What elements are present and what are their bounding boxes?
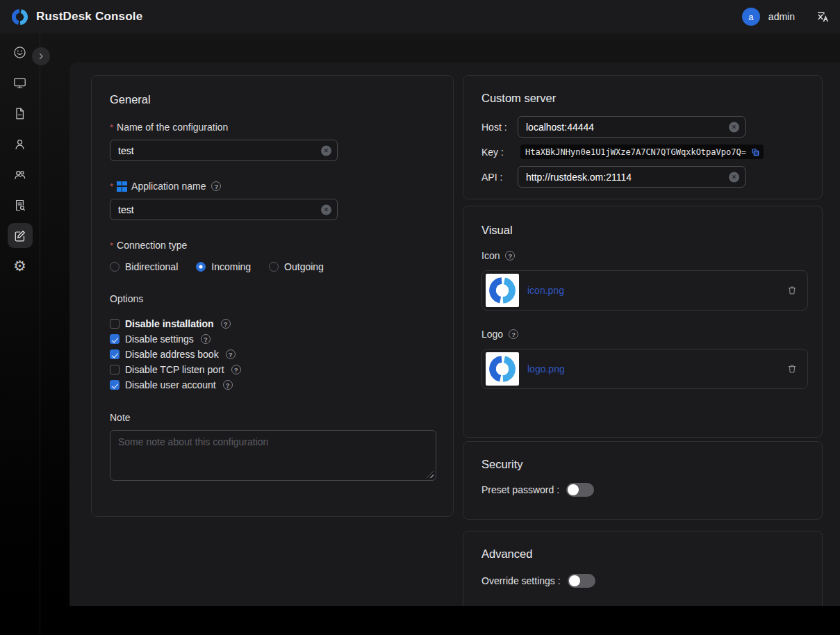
checkbox-label: Disable installation [125, 318, 214, 329]
sidebar-expand-button[interactable] [32, 47, 50, 65]
checkbox-box [110, 365, 120, 374]
preset-password-toggle[interactable] [566, 483, 594, 497]
config-name-label: Name of the configuration [117, 122, 228, 133]
windows-logo-icon [117, 181, 127, 192]
options-label: Options [110, 293, 143, 304]
api-input[interactable] [518, 166, 746, 188]
username[interactable]: admin [768, 11, 795, 22]
checkbox-disable-installation[interactable]: Disable installation ? [110, 316, 435, 331]
sidebar-item-settings[interactable]: ⚙ [8, 254, 33, 279]
user-icon [13, 137, 27, 151]
clear-input-icon[interactable]: ✕ [321, 204, 331, 215]
help-icon[interactable]: ? [505, 251, 515, 261]
visual-card: Visual Icon ? icon.png Logo ? [463, 206, 823, 438]
radio-bidirectional[interactable]: Bidirectional [110, 261, 178, 272]
delete-icon[interactable] [787, 363, 798, 374]
help-icon[interactable]: ? [231, 365, 241, 374]
delete-icon[interactable] [787, 285, 798, 296]
required-asterisk: * [110, 181, 113, 192]
checkbox-disable-settings[interactable]: Disable settings ? [110, 331, 435, 347]
help-icon[interactable]: ? [226, 349, 236, 359]
security-title: Security [481, 458, 804, 471]
user-avatar[interactable]: a [742, 8, 760, 26]
icon-file-row: icon.png [481, 270, 808, 311]
application-name-input[interactable] [110, 199, 338, 220]
app-title: RustDesk Console [36, 10, 142, 24]
api-label: API : [481, 172, 518, 183]
workspace: ⚙ General * Name of the configuration ✕ … [0, 33, 840, 635]
sidebar-item-users[interactable] [8, 131, 33, 156]
help-icon[interactable]: ? [211, 181, 221, 191]
help-icon[interactable]: ? [201, 334, 211, 344]
connection-type-radio-group: Bidirectional Incoming Outgoing [110, 261, 435, 272]
clear-input-icon[interactable]: ✕ [729, 172, 739, 182]
override-settings-label: Override settings : [481, 575, 561, 586]
advanced-title: Advanced [481, 547, 804, 561]
general-card-title: General [110, 93, 435, 106]
custom-server-title: Custom server [481, 92, 804, 105]
clear-input-icon[interactable]: ✕ [321, 145, 331, 156]
document-icon [13, 106, 27, 121]
copy-icon[interactable] [750, 147, 760, 157]
checkbox-disable-tcp-listen-port[interactable]: Disable TCP listen port ? [110, 362, 435, 377]
topbar: RustDesk Console a admin [0, 0, 840, 33]
checkbox-box [110, 380, 120, 390]
chevron-right-icon [37, 52, 45, 60]
required-asterisk: * [110, 240, 113, 251]
sidebar-item-dashboard[interactable] [8, 40, 33, 65]
checkbox-label: Disable user account [125, 379, 216, 390]
config-name-input[interactable] [110, 140, 338, 161]
sidebar-item-devices[interactable] [8, 70, 33, 95]
key-value: HtaXBkJNHyn0e1U1jWXze7A7CN7QTGWqxkOtpaVp… [525, 147, 746, 157]
help-icon[interactable]: ? [221, 319, 231, 329]
checkbox-label: Disable settings [125, 333, 194, 345]
checkbox-disable-user-account[interactable]: Disable user account ? [110, 377, 435, 393]
note-label: Note [110, 412, 131, 423]
sidebar-item-custom-clients[interactable] [8, 223, 33, 248]
host-input[interactable] [518, 116, 746, 138]
radio-dot [196, 262, 206, 272]
brand: RustDesk Console [10, 8, 142, 26]
application-name-label: Application name [131, 181, 206, 192]
checkbox-box [110, 349, 120, 359]
security-card: Security Preset password : [463, 441, 823, 520]
custom-server-card: Custom server Host : ✕ Key : HtaXBkJNHyn… [463, 75, 823, 199]
logo-file-row: logo.png [481, 349, 808, 389]
sidebar: ⚙ [0, 33, 40, 635]
icon-label: Icon [481, 250, 500, 261]
options-checkbox-group: Disable installation ? Disable settings … [110, 316, 435, 393]
logo-file-link[interactable]: logo.png [527, 363, 565, 374]
radio-dot [269, 262, 279, 272]
checkbox-box [110, 319, 120, 329]
user-group-icon [13, 167, 27, 182]
monitor-icon [13, 76, 27, 90]
logo-thumbnail [486, 352, 519, 386]
override-settings-toggle[interactable] [568, 574, 595, 588]
clear-input-icon[interactable]: ✕ [729, 122, 739, 132]
logo-label: Logo [481, 329, 503, 340]
checkbox-disable-address-book[interactable]: Disable address book ? [110, 347, 435, 362]
radio-incoming[interactable]: Incoming [196, 261, 251, 272]
checkbox-label: Disable address book [125, 349, 219, 360]
required-asterisk: * [110, 122, 113, 133]
sidebar-item-address-books[interactable] [8, 192, 33, 217]
rustdesk-logo-icon [10, 8, 29, 26]
icon-file-link[interactable]: icon.png [527, 285, 564, 296]
icon-thumbnail [486, 274, 519, 307]
help-icon[interactable]: ? [509, 329, 518, 339]
advanced-card: Advanced Override settings : Default set… [463, 531, 823, 606]
radio-dot [110, 262, 120, 272]
checkbox-label: Disable TCP listen port [125, 364, 224, 375]
document-search-icon [13, 198, 27, 213]
connection-type-label: Connection type [117, 240, 187, 251]
sidebar-item-audit-log[interactable] [8, 101, 33, 126]
radio-label: Bidirectional [125, 261, 178, 272]
preset-password-label: Preset password : [481, 484, 559, 495]
note-textarea[interactable] [110, 430, 436, 481]
sidebar-item-groups[interactable] [8, 162, 33, 187]
radio-label: Incoming [211, 261, 251, 272]
radio-outgoing[interactable]: Outgoing [269, 261, 324, 272]
help-icon[interactable]: ? [223, 380, 233, 390]
radio-label: Outgoing [284, 261, 324, 272]
language-switch-icon[interactable] [816, 10, 830, 24]
